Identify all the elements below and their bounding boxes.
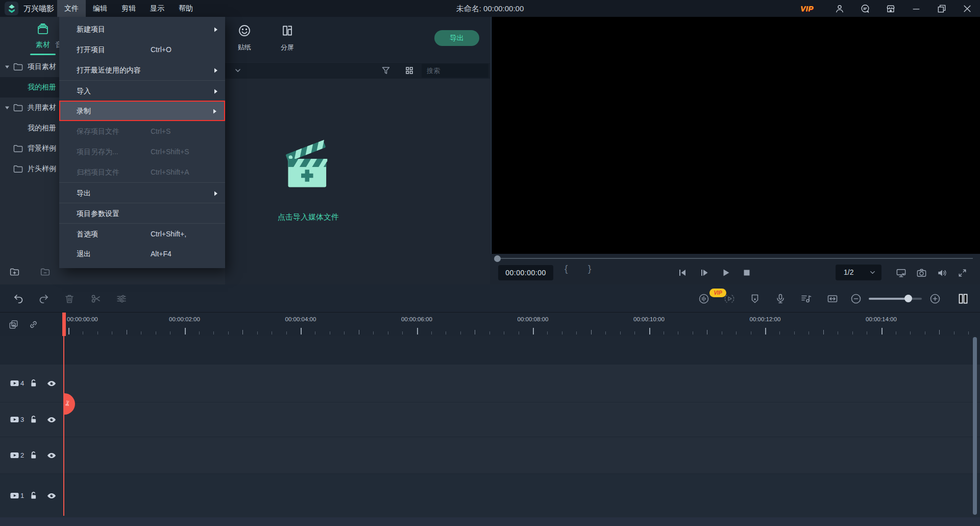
- clip-properties-icon[interactable]: [116, 293, 127, 304]
- export-button[interactable]: 导出: [434, 30, 479, 46]
- ruler-tick: [562, 331, 562, 334]
- menu-item[interactable]: 首选项Ctrl+Shift+,: [59, 223, 225, 244]
- caret-down-icon[interactable]: [5, 64, 10, 69]
- fullscreen-icon[interactable]: [957, 268, 968, 278]
- split-scissors-icon[interactable]: [90, 293, 102, 304]
- playhead-line[interactable]: [63, 336, 64, 516]
- track-row-1[interactable]: 1: [0, 474, 980, 517]
- sidebar-bottom-bar: [0, 266, 225, 284]
- next-frame-button[interactable]: [700, 268, 709, 277]
- search-input[interactable]: [422, 67, 517, 75]
- timeline-zoom-handle[interactable]: [904, 295, 912, 302]
- stop-button[interactable]: [742, 268, 751, 277]
- menubar-item[interactable]: 显示: [143, 0, 172, 17]
- zoom-out-icon[interactable]: [850, 293, 862, 304]
- toolbar-item-sticker[interactable]: 贴纸: [228, 23, 261, 52]
- ruler-tick: [242, 330, 243, 334]
- menu-item[interactable]: 新建项目: [59, 19, 225, 39]
- grid-view-icon[interactable]: [405, 66, 414, 75]
- caret-down-icon[interactable]: [5, 105, 10, 110]
- play-button[interactable]: [721, 268, 730, 277]
- snapshot-camera-icon[interactable]: [916, 268, 927, 278]
- vip-badge[interactable]: VIP: [800, 4, 814, 13]
- ruler-tick: [910, 331, 911, 334]
- ruler-tick: [272, 331, 272, 334]
- menu-item[interactable]: 导出: [59, 182, 225, 203]
- ruler-tick: [475, 330, 475, 334]
- menu-item-label: 打开项目: [77, 39, 105, 60]
- menubar-item[interactable]: 编辑: [86, 0, 114, 17]
- ruler-timecode-label: 00:00:08:00: [518, 316, 549, 322]
- volume-icon[interactable]: [937, 268, 947, 278]
- search-box[interactable]: [422, 64, 488, 78]
- display-device-icon[interactable]: [896, 268, 906, 278]
- menu-item[interactable]: 导入: [59, 80, 225, 101]
- playhead-marker[interactable]: [62, 313, 66, 336]
- seek-handle[interactable]: [494, 255, 501, 262]
- folder-icon: [13, 165, 23, 173]
- account-icon[interactable]: [835, 4, 845, 14]
- undo-icon[interactable]: [13, 293, 24, 304]
- seek-track[interactable]: [497, 258, 973, 259]
- add-folder-icon[interactable]: [9, 267, 20, 277]
- timeline-zoom-slider[interactable]: [869, 298, 922, 300]
- clapperboard-import-icon[interactable]: [276, 135, 341, 200]
- toggle-visibility-eye-icon[interactable]: [47, 417, 56, 423]
- toggle-visibility-eye-icon[interactable]: [47, 452, 56, 459]
- audio-ducking-icon[interactable]: [698, 293, 709, 304]
- feedback-chat-icon[interactable]: [860, 4, 870, 14]
- filter-icon[interactable]: [381, 66, 390, 75]
- collapse-chevron-icon[interactable]: [234, 66, 242, 75]
- ruler-timecode-label: 00:00:04:00: [285, 316, 316, 322]
- lock-track-icon[interactable]: [30, 491, 37, 499]
- track-row-3[interactable]: 3: [0, 402, 980, 437]
- minimize-button[interactable]: [911, 4, 921, 14]
- menu-item[interactable]: 打开项目Ctrl+O: [59, 39, 225, 60]
- track-row-4[interactable]: 4: [0, 365, 980, 402]
- track-row-2[interactable]: 2: [0, 437, 980, 473]
- store-icon[interactable]: [886, 4, 896, 14]
- close-button[interactable]: [962, 4, 972, 14]
- previous-frame-button[interactable]: [678, 268, 687, 277]
- toggle-visibility-eye-icon[interactable]: [47, 380, 56, 387]
- lock-track-icon[interactable]: [30, 451, 37, 459]
- zoom-in-icon[interactable]: [929, 293, 941, 304]
- media-empty-area[interactable]: 点击导入媒体文件: [225, 79, 490, 284]
- restore-button[interactable]: [937, 4, 947, 14]
- menu-item[interactable]: 打开最近使用的内容: [59, 60, 225, 80]
- menubar-item[interactable]: 剪辑: [114, 0, 143, 17]
- duplicate-clip-icon[interactable]: [8, 319, 19, 330]
- lock-track-icon[interactable]: [30, 415, 37, 423]
- zoom-to-fit-icon[interactable]: [827, 293, 838, 304]
- menubar-item[interactable]: 文件: [57, 0, 86, 17]
- menu-item[interactable]: 退出Alt+F4: [59, 244, 225, 264]
- delete-icon[interactable]: [64, 293, 75, 304]
- mark-out-button[interactable]: }: [588, 263, 591, 274]
- menu-item-label: 导入: [77, 81, 91, 101]
- import-hint-text[interactable]: 点击导入媒体文件: [242, 212, 375, 222]
- preview-viewport[interactable]: [491, 17, 980, 254]
- marker-icon[interactable]: [749, 293, 761, 304]
- toolbar-item-splitscreen[interactable]: 分屏: [271, 23, 304, 52]
- lock-track-icon[interactable]: [30, 379, 37, 387]
- seek-bar[interactable]: [490, 254, 980, 262]
- menu-item-shortcut: Ctrl+S: [151, 121, 170, 141]
- panel-layout-icon[interactable]: [958, 293, 969, 304]
- voiceover-mic-icon[interactable]: [775, 293, 786, 304]
- menu-item-shortcut: Ctrl+Shift+A: [151, 162, 189, 182]
- vertical-scrollbar[interactable]: [973, 337, 977, 515]
- preview-quality-dropdown[interactable]: 1/2: [836, 265, 881, 280]
- link-clips-icon[interactable]: [28, 319, 39, 330]
- redo-icon[interactable]: [38, 293, 50, 304]
- timeline-ruler[interactable]: 00:00:00:0000:00:02:0000:00:04:0000:00:0…: [64, 313, 980, 336]
- timeline-bottom-strip[interactable]: [0, 517, 980, 526]
- menu-item[interactable]: 录制: [59, 101, 225, 121]
- remove-folder-icon[interactable]: [40, 267, 51, 277]
- toggle-visibility-eye-icon[interactable]: [47, 493, 56, 499]
- mark-in-button[interactable]: {: [565, 263, 568, 274]
- audio-mixer-icon[interactable]: [800, 293, 812, 304]
- track-number: 3: [20, 416, 24, 423]
- menubar-item[interactable]: 帮助: [172, 0, 200, 17]
- menu-item[interactable]: 项目参数设置: [59, 203, 225, 223]
- tab-media-library[interactable]: 素材: [29, 22, 57, 55]
